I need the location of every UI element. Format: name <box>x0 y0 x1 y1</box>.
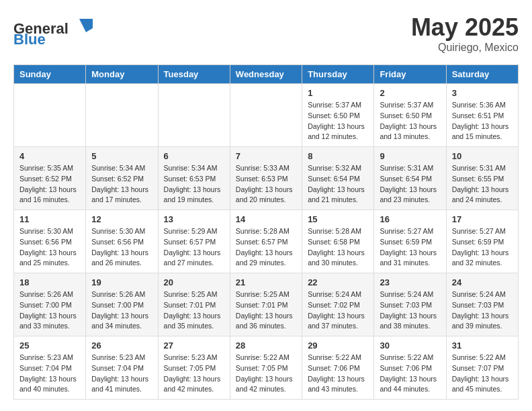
calendar-cell: 7Sunrise: 5:33 AM Sunset: 6:53 PM Daylig… <box>230 147 302 210</box>
calendar-cell: 1Sunrise: 5:37 AM Sunset: 6:50 PM Daylig… <box>302 84 374 147</box>
calendar-cell: 16Sunrise: 5:27 AM Sunset: 6:59 PM Dayli… <box>374 210 446 273</box>
svg-marker-1 <box>79 19 93 32</box>
calendar-cell: 13Sunrise: 5:29 AM Sunset: 6:57 PM Dayli… <box>158 210 230 273</box>
day-info: Sunrise: 5:28 AM Sunset: 6:57 PM Dayligh… <box>236 226 296 269</box>
calendar-cell: 6Sunrise: 5:34 AM Sunset: 6:53 PM Daylig… <box>158 147 230 210</box>
day-info: Sunrise: 5:37 AM Sunset: 6:50 PM Dayligh… <box>308 100 368 142</box>
calendar-cell: 23Sunrise: 5:24 AM Sunset: 7:03 PM Dayli… <box>374 273 446 336</box>
day-info: Sunrise: 5:23 AM Sunset: 7:05 PM Dayligh… <box>164 353 224 395</box>
calendar-cell: 14Sunrise: 5:28 AM Sunset: 6:57 PM Dayli… <box>230 210 302 273</box>
calendar-week-row: 18Sunrise: 5:26 AM Sunset: 7:00 PM Dayli… <box>14 273 519 336</box>
calendar-cell: 3Sunrise: 5:36 AM Sunset: 6:51 PM Daylig… <box>446 84 518 147</box>
day-number: 29 <box>308 340 368 351</box>
calendar-body: 1Sunrise: 5:37 AM Sunset: 6:50 PM Daylig… <box>14 84 519 400</box>
calendar-cell: 9Sunrise: 5:31 AM Sunset: 6:54 PM Daylig… <box>374 147 446 210</box>
day-info: Sunrise: 5:22 AM Sunset: 7:06 PM Dayligh… <box>308 353 368 395</box>
location: Quiriego, Mexico <box>411 42 519 54</box>
day-info: Sunrise: 5:24 AM Sunset: 7:03 PM Dayligh… <box>452 289 513 332</box>
day-info: Sunrise: 5:23 AM Sunset: 7:04 PM Dayligh… <box>91 353 152 395</box>
calendar-cell: 31Sunrise: 5:22 AM Sunset: 7:07 PM Dayli… <box>446 336 518 400</box>
day-number: 7 <box>236 151 296 161</box>
day-number: 31 <box>452 340 513 351</box>
day-number: 18 <box>19 277 80 287</box>
day-number: 22 <box>308 277 368 287</box>
day-info: Sunrise: 5:24 AM Sunset: 7:02 PM Dayligh… <box>308 289 368 332</box>
day-number: 8 <box>308 151 368 161</box>
day-info: Sunrise: 5:29 AM Sunset: 6:57 PM Dayligh… <box>164 226 224 269</box>
calendar-cell <box>230 84 302 147</box>
calendar-cell: 25Sunrise: 5:23 AM Sunset: 7:04 PM Dayli… <box>14 336 86 400</box>
day-number: 15 <box>308 214 368 224</box>
calendar-cell: 22Sunrise: 5:24 AM Sunset: 7:02 PM Dayli… <box>302 273 374 336</box>
day-number: 24 <box>452 277 513 287</box>
svg-text:Blue: Blue <box>13 31 46 47</box>
day-info: Sunrise: 5:30 AM Sunset: 6:56 PM Dayligh… <box>91 226 152 269</box>
day-number: 21 <box>236 277 296 287</box>
day-number: 27 <box>164 340 224 351</box>
day-info: Sunrise: 5:31 AM Sunset: 6:54 PM Dayligh… <box>380 163 440 205</box>
day-number: 13 <box>164 214 224 224</box>
day-info: Sunrise: 5:25 AM Sunset: 7:01 PM Dayligh… <box>164 289 224 332</box>
calendar-cell: 8Sunrise: 5:32 AM Sunset: 6:54 PM Daylig… <box>302 147 374 210</box>
day-number: 5 <box>91 151 152 161</box>
day-number: 16 <box>380 214 440 224</box>
day-info: Sunrise: 5:25 AM Sunset: 7:01 PM Dayligh… <box>236 289 296 332</box>
calendar-cell: 11Sunrise: 5:30 AM Sunset: 6:56 PM Dayli… <box>14 210 86 273</box>
day-number: 12 <box>91 214 152 224</box>
day-info: Sunrise: 5:36 AM Sunset: 6:51 PM Dayligh… <box>452 100 513 142</box>
day-number: 9 <box>380 151 440 161</box>
day-info: Sunrise: 5:34 AM Sunset: 6:53 PM Dayligh… <box>164 163 224 205</box>
calendar-day-header: Tuesday <box>158 65 230 84</box>
day-info: Sunrise: 5:22 AM Sunset: 7:06 PM Dayligh… <box>380 353 440 395</box>
day-info: Sunrise: 5:24 AM Sunset: 7:03 PM Dayligh… <box>380 289 440 332</box>
calendar-day-header: Wednesday <box>230 65 302 84</box>
day-number: 2 <box>380 88 440 98</box>
day-info: Sunrise: 5:26 AM Sunset: 7:00 PM Dayligh… <box>19 289 80 332</box>
day-info: Sunrise: 5:30 AM Sunset: 6:56 PM Dayligh… <box>19 226 80 269</box>
day-info: Sunrise: 5:37 AM Sunset: 6:50 PM Dayligh… <box>380 100 440 142</box>
calendar-cell <box>14 84 86 147</box>
day-info: Sunrise: 5:22 AM Sunset: 7:07 PM Dayligh… <box>452 353 513 395</box>
calendar-day-header: Friday <box>374 65 446 84</box>
calendar-week-row: 25Sunrise: 5:23 AM Sunset: 7:04 PM Dayli… <box>14 336 519 400</box>
day-number: 19 <box>91 277 152 287</box>
calendar-cell: 5Sunrise: 5:34 AM Sunset: 6:52 PM Daylig… <box>86 147 158 210</box>
calendar-header-row: SundayMondayTuesdayWednesdayThursdayFrid… <box>14 65 519 84</box>
calendar-cell: 12Sunrise: 5:30 AM Sunset: 6:56 PM Dayli… <box>86 210 158 273</box>
day-info: Sunrise: 5:32 AM Sunset: 6:54 PM Dayligh… <box>308 163 368 205</box>
day-info: Sunrise: 5:35 AM Sunset: 6:52 PM Dayligh… <box>19 163 80 205</box>
day-number: 11 <box>19 214 80 224</box>
calendar-day-header: Saturday <box>446 65 518 84</box>
day-info: Sunrise: 5:34 AM Sunset: 6:52 PM Dayligh… <box>91 163 152 205</box>
day-number: 25 <box>19 340 80 351</box>
day-number: 10 <box>452 151 513 161</box>
day-number: 26 <box>91 340 152 351</box>
calendar-cell: 28Sunrise: 5:22 AM Sunset: 7:05 PM Dayli… <box>230 336 302 400</box>
calendar-cell <box>158 84 230 147</box>
calendar-week-row: 1Sunrise: 5:37 AM Sunset: 6:50 PM Daylig… <box>14 84 519 147</box>
calendar-cell: 17Sunrise: 5:27 AM Sunset: 6:59 PM Dayli… <box>446 210 518 273</box>
calendar-cell: 2Sunrise: 5:37 AM Sunset: 6:50 PM Daylig… <box>374 84 446 147</box>
day-number: 3 <box>452 88 513 98</box>
day-number: 17 <box>452 214 513 224</box>
calendar-cell: 15Sunrise: 5:28 AM Sunset: 6:58 PM Dayli… <box>302 210 374 273</box>
calendar-week-row: 11Sunrise: 5:30 AM Sunset: 6:56 PM Dayli… <box>14 210 519 273</box>
day-number: 28 <box>236 340 296 351</box>
day-info: Sunrise: 5:33 AM Sunset: 6:53 PM Dayligh… <box>236 163 296 205</box>
logo: General Blue <box>13 13 101 50</box>
day-info: Sunrise: 5:31 AM Sunset: 6:55 PM Dayligh… <box>452 163 513 205</box>
calendar-cell: 18Sunrise: 5:26 AM Sunset: 7:00 PM Dayli… <box>14 273 86 336</box>
day-number: 4 <box>19 151 80 161</box>
day-number: 20 <box>164 277 224 287</box>
calendar-day-header: Monday <box>86 65 158 84</box>
calendar-day-header: Thursday <box>302 65 374 84</box>
calendar-cell: 27Sunrise: 5:23 AM Sunset: 7:05 PM Dayli… <box>158 336 230 400</box>
day-number: 14 <box>236 214 296 224</box>
day-number: 1 <box>308 88 368 98</box>
logo-general-text: General Blue <box>13 13 101 50</box>
calendar-cell <box>86 84 158 147</box>
calendar-day-header: Sunday <box>14 65 86 84</box>
day-info: Sunrise: 5:27 AM Sunset: 6:59 PM Dayligh… <box>452 226 513 269</box>
day-number: 23 <box>380 277 440 287</box>
calendar-week-row: 4Sunrise: 5:35 AM Sunset: 6:52 PM Daylig… <box>14 147 519 210</box>
